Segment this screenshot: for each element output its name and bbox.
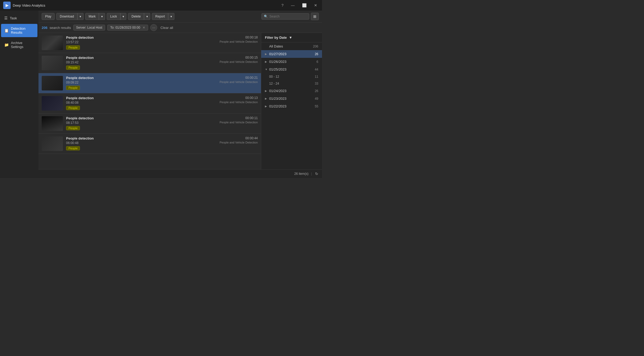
result-detection-type: People and Vehicle Detection xyxy=(220,121,258,124)
result-info: People detection 13:57:22 People xyxy=(66,36,216,50)
result-meta: 00:00:21 People and Vehicle Detection xyxy=(220,76,258,84)
date-item[interactable]: ▶ 01/27/2023 26 xyxy=(261,50,322,58)
more-button[interactable]: ··· xyxy=(150,24,157,31)
delete-button[interactable]: Delete xyxy=(128,13,144,20)
result-time: 08:40:08 xyxy=(66,101,216,105)
result-title: People detection xyxy=(66,36,216,40)
result-time: 08:17:53 xyxy=(66,121,216,125)
date-item[interactable]: All Dates 206 xyxy=(261,42,322,50)
content-area: Play Download ▼ Mark ▼ Lock ▼ Delete ▼ R… xyxy=(38,11,322,178)
date-label: 01/22/2023 xyxy=(269,104,315,108)
result-title: People detection xyxy=(66,136,216,140)
result-tag: People xyxy=(66,66,80,70)
title-bar-controls: ? — ⬜ ✕ xyxy=(280,3,319,8)
server-filter-chip[interactable]: Server: Local Host xyxy=(73,25,105,31)
date-count: 49 xyxy=(315,97,318,101)
report-group: Report ▼ xyxy=(152,13,174,20)
date-sub-item[interactable]: 00 - 12 11 xyxy=(261,73,322,80)
search-box[interactable]: 🔍 xyxy=(261,13,309,20)
result-item[interactable]: People detection 09:15:42 People 00:00:1… xyxy=(38,53,261,73)
mark-dropdown-button[interactable]: ▼ xyxy=(99,13,105,20)
play-button[interactable]: Play xyxy=(42,13,55,20)
search-icon: 🔍 xyxy=(264,15,268,18)
sidebar-item-archive-settings[interactable]: 📁 Archive Settings xyxy=(1,38,37,51)
report-button[interactable]: Report xyxy=(152,13,168,20)
clear-all-button[interactable]: Clear all xyxy=(160,26,173,30)
date-item[interactable]: ▶ 01/24/2023 26 xyxy=(261,87,322,95)
date-item[interactable]: ▼ 01/25/2023 44 xyxy=(261,66,322,73)
date-item[interactable]: ▶ 01/26/2023 6 xyxy=(261,58,322,66)
date-label: 01/27/2023 xyxy=(269,52,315,56)
title-bar-left: ▶ Deep Video Analytics xyxy=(3,2,45,9)
task-icon: ☰ xyxy=(4,16,8,20)
toolbar: Play Download ▼ Mark ▼ Lock ▼ Delete ▼ R… xyxy=(38,11,322,23)
date-sub-count: 33 xyxy=(315,82,318,85)
result-duration: 00:00:18 xyxy=(245,36,258,39)
result-time: 13:57:22 xyxy=(66,40,216,44)
result-item[interactable]: People detection 08:17:53 People 00:00:1… xyxy=(38,114,261,134)
sidebar-item-task-label: Task xyxy=(10,16,17,20)
date-filter-header[interactable]: Filter by Date ▼ xyxy=(261,33,322,42)
to-date-chip-close[interactable]: ✕ xyxy=(143,26,145,29)
sidebar: ☰ Task 📋 Detection Results 📁 Archive Set… xyxy=(0,11,38,178)
close-button[interactable]: ✕ xyxy=(312,3,319,8)
lock-button[interactable]: Lock xyxy=(107,13,120,20)
mark-button[interactable]: Mark xyxy=(85,13,99,20)
date-count: 44 xyxy=(315,68,318,71)
result-thumbnail xyxy=(42,56,63,70)
date-expand-icon: ▶ xyxy=(265,97,268,100)
download-group: Download ▼ xyxy=(56,13,83,20)
maximize-button[interactable]: ⬜ xyxy=(300,3,308,8)
date-count: 26 xyxy=(315,52,318,56)
result-item[interactable]: People detection 08:40:08 People 00:00:1… xyxy=(38,93,261,114)
help-button[interactable]: ? xyxy=(280,3,285,8)
result-thumbnail xyxy=(42,36,63,50)
date-label: 01/24/2023 xyxy=(269,89,315,93)
result-detection-type: People and Vehicle Detection xyxy=(220,60,258,63)
download-dropdown-button[interactable]: ▼ xyxy=(77,13,84,20)
result-detection-type: People and Vehicle Detection xyxy=(220,141,258,144)
results-panel[interactable]: People detection 13:57:22 People 00:00:1… xyxy=(38,33,261,169)
result-meta: 00:00:15 People and Vehicle Detection xyxy=(220,56,258,63)
result-thumbnail xyxy=(42,116,63,131)
item-count: 26 item(s) xyxy=(294,172,308,176)
sidebar-item-task[interactable]: ☰ Task xyxy=(1,13,37,23)
minimize-button[interactable]: — xyxy=(289,3,296,8)
result-duration: 00:00:44 xyxy=(245,136,258,140)
sidebar-item-archive-label: Archive Settings xyxy=(11,41,34,49)
date-label: 01/25/2023 xyxy=(269,67,315,71)
result-item[interactable]: People detection 06:00:48 People 00:00:4… xyxy=(38,134,261,154)
panels: People detection 13:57:22 People 00:00:1… xyxy=(38,33,322,169)
result-info: People detection 08:17:53 People xyxy=(66,116,216,130)
result-title: People detection xyxy=(66,56,216,60)
lock-dropdown-button[interactable]: ▼ xyxy=(120,13,127,20)
date-item[interactable]: ▶ 01/22/2023 55 xyxy=(261,102,322,110)
result-thumbnail xyxy=(42,136,63,151)
to-date-filter-chip[interactable]: To: 01/28/2023 00:00 ✕ xyxy=(107,25,148,31)
result-count: 206 xyxy=(42,26,48,30)
search-input[interactable] xyxy=(269,15,307,18)
date-expand-icon: ▼ xyxy=(265,68,268,71)
result-title: People detection xyxy=(66,96,216,100)
result-item[interactable]: People detection 09:09:22 People 00:00:2… xyxy=(38,73,261,93)
date-label: All Dates xyxy=(269,44,313,48)
result-tag: People xyxy=(66,86,80,90)
download-button[interactable]: Download xyxy=(56,13,77,20)
date-label: 01/23/2023 xyxy=(269,97,315,101)
result-time: 09:15:42 xyxy=(66,60,216,64)
delete-group: Delete ▼ xyxy=(128,13,150,20)
date-item[interactable]: ▶ 01/23/2023 49 xyxy=(261,95,322,102)
mark-group: Mark ▼ xyxy=(85,13,105,20)
grid-toggle-button[interactable]: ⊞ xyxy=(311,13,319,20)
delete-dropdown-button[interactable]: ▼ xyxy=(144,13,150,20)
result-meta: 00:00:11 People and Vehicle Detection xyxy=(220,116,258,124)
refresh-button[interactable]: ↻ xyxy=(315,171,319,176)
result-duration: 00:00:13 xyxy=(245,96,258,100)
result-info: People detection 09:09:22 People xyxy=(66,76,216,90)
report-dropdown-button[interactable]: ▼ xyxy=(168,13,174,20)
sidebar-item-detection-results[interactable]: 📋 Detection Results xyxy=(1,24,37,37)
result-duration: 00:00:11 xyxy=(245,116,258,120)
result-tag: People xyxy=(66,126,80,130)
date-sub-item[interactable]: 12 - 24 33 xyxy=(261,80,322,87)
result-item[interactable]: People detection 13:57:22 People 00:00:1… xyxy=(38,33,261,53)
